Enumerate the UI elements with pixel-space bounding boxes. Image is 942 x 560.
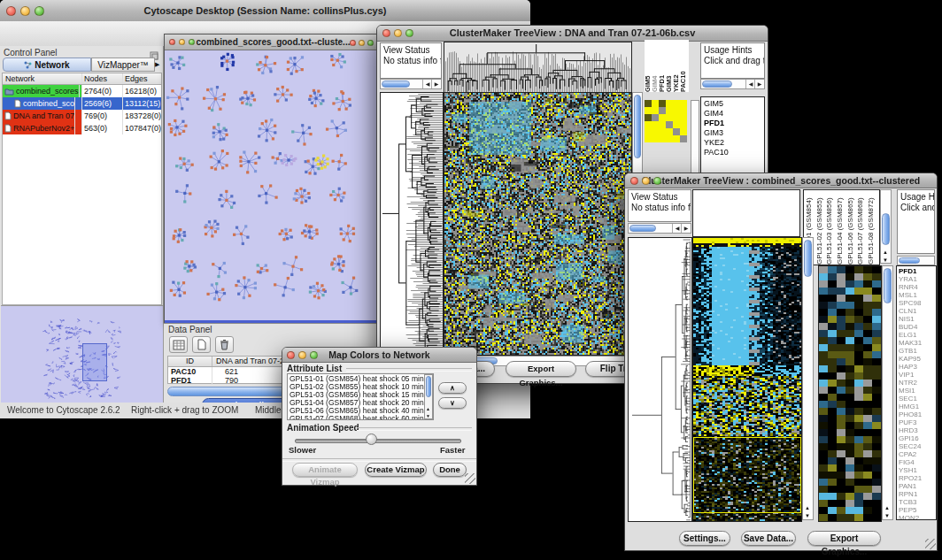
- zoom-matrix-cell[interactable]: [673, 135, 680, 142]
- gene-label[interactable]: TCB3: [899, 498, 936, 506]
- zoom-column-label[interactable]: GIM3: [666, 40, 673, 92]
- scroll-down-arrow[interactable]: ▼: [883, 257, 888, 263]
- close-button[interactable]: [630, 177, 638, 185]
- gene-label[interactable]: PFD1: [899, 267, 936, 275]
- gene-label[interactable]: RNR4: [899, 283, 936, 291]
- zoom-matrix-cell[interactable]: [659, 135, 666, 142]
- treeview2-row-dendrogram[interactable]: [628, 237, 692, 522]
- zoom-column-label[interactable]: GIM4: [652, 40, 659, 92]
- gene-label[interactable]: SEC24: [899, 442, 936, 450]
- column-label[interactable]: GPL51-03 (GSM856): [824, 190, 835, 265]
- zoom-column-label[interactable]: PFD1: [659, 40, 666, 92]
- minimize-button[interactable]: [20, 6, 30, 16]
- tab-vizmapper[interactable]: VizMapper™: [91, 58, 155, 72]
- gene-label[interactable]: MSI1: [899, 387, 936, 395]
- zoom-matrix-cell[interactable]: [673, 128, 680, 135]
- gene-label[interactable]: VIP1: [899, 371, 936, 379]
- attribute-select-button[interactable]: [169, 336, 188, 353]
- gene-label[interactable]: ELG1: [899, 331, 936, 339]
- zoom-matrix-cell[interactable]: [652, 100, 659, 107]
- done-button[interactable]: Done: [433, 463, 467, 477]
- gene-label[interactable]: HAP3: [899, 363, 936, 371]
- treeview2-column-labels-scrollbar[interactable]: ▲ ▼: [880, 189, 892, 264]
- gene-label[interactable]: NIS1: [899, 315, 936, 323]
- attribute-list-scrollbar[interactable]: ▲ ▼: [424, 374, 433, 419]
- gene-label[interactable]: MON2: [899, 514, 936, 520]
- zoom-matrix-cell[interactable]: [673, 107, 680, 114]
- gene-label[interactable]: PHO81: [899, 410, 936, 418]
- scroll-down-arrow[interactable]: ▼: [805, 513, 810, 518]
- main-window-controls[interactable]: [6, 6, 44, 16]
- zoom-matrix-cell[interactable]: [673, 121, 680, 128]
- treeview1-export-graphics-button[interactable]: Export Graphics...: [506, 361, 576, 377]
- gene-label[interactable]: NTR2: [899, 379, 936, 387]
- gene-label[interactable]: PUF3: [899, 418, 936, 426]
- zoom-matrix-cell[interactable]: [645, 100, 652, 107]
- zoom-matrix-cell[interactable]: [645, 135, 652, 142]
- gene-label[interactable]: PAN1: [899, 482, 936, 490]
- gene-label[interactable]: MAK31: [899, 339, 936, 347]
- treeview2-column-dendrogram[interactable]: [692, 189, 800, 237]
- column-label[interactable]: GPL51-07 (GSM868): [855, 190, 866, 265]
- treeview1-hints-scrollbar[interactable]: ◀ ▶: [700, 79, 765, 89]
- close-button[interactable]: [287, 351, 295, 359]
- scroll-up-arrow[interactable]: ▲: [884, 505, 890, 510]
- zoom-button[interactable]: [653, 177, 661, 185]
- gene-label[interactable]: GTB1: [899, 347, 936, 355]
- zoom-matrix-cell[interactable]: [680, 135, 687, 142]
- zoom-matrix-cell[interactable]: [673, 114, 680, 121]
- network-table-header[interactable]: Network Nodes Edges: [3, 73, 161, 85]
- zoom-column-label[interactable]: GIM5: [645, 40, 652, 92]
- speed-slider-track[interactable]: [295, 439, 461, 443]
- move-up-button[interactable]: ∧: [438, 382, 467, 394]
- close-button[interactable]: [382, 29, 390, 37]
- zoom-matrix-cell[interactable]: [680, 107, 687, 114]
- new-attribute-button[interactable]: [192, 336, 211, 353]
- zoom-matrix-cell[interactable]: [680, 128, 687, 135]
- gene-label[interactable]: PFD1: [704, 119, 764, 128]
- zoom-matrix-cell[interactable]: [666, 121, 673, 128]
- gene-label[interactable]: PEP5: [899, 506, 936, 514]
- zoom-matrix-cell[interactable]: [659, 107, 666, 114]
- gene-label[interactable]: KAP95: [899, 355, 936, 363]
- treeview2-global-heatmap[interactable]: [692, 237, 802, 522]
- move-down-button[interactable]: ∨: [438, 397, 467, 409]
- resize-grip[interactable]: [465, 473, 475, 484]
- attribute-item[interactable]: GPL51-07 (GSM868) heat shock 60 min: [290, 415, 433, 420]
- gene-label[interactable]: SEC1: [899, 395, 936, 403]
- scroll-up-arrow[interactable]: ▲: [426, 406, 430, 411]
- main-titlebar[interactable]: Cytoscape Desktop (Session Name: collins…: [0, 0, 530, 22]
- network-table-row[interactable]: RNAPuberNov2+ 563(0) 107847(0): [3, 122, 161, 134]
- gene-label[interactable]: BUD4: [899, 323, 936, 331]
- gene-label[interactable]: RPO21: [899, 474, 936, 482]
- zoom-matrix-cell[interactable]: [680, 114, 687, 121]
- network-table-row[interactable]: combined_scores 2764(0) 16218(0): [3, 85, 161, 97]
- close-button[interactable]: [350, 40, 356, 46]
- treeview2-hints-scrollbar[interactable]: [897, 256, 935, 265]
- gene-label[interactable]: YSH1: [899, 466, 936, 474]
- zoom-button[interactable]: [189, 39, 195, 45]
- minimize-button[interactable]: [359, 40, 365, 46]
- zoom-button[interactable]: [310, 351, 318, 359]
- gene-label[interactable]: RPN1: [899, 490, 936, 498]
- treeview2-zoom-vscrollbar[interactable]: ▲ ▼: [882, 265, 893, 520]
- zoom-matrix-cell[interactable]: [659, 121, 666, 128]
- network-overview-birdseye[interactable]: [1, 305, 163, 403]
- zoom-matrix-cell[interactable]: [680, 121, 687, 128]
- minimize-button[interactable]: [394, 29, 402, 37]
- minimize-button[interactable]: [298, 351, 306, 359]
- minimize-button[interactable]: [179, 39, 185, 45]
- minimize-button[interactable]: [642, 177, 650, 185]
- create-vizmap-button[interactable]: Create Vizmap: [365, 463, 427, 477]
- zoom-column-label[interactable]: PAC10: [680, 40, 687, 92]
- scroll-down-arrow[interactable]: ▼: [884, 513, 890, 518]
- treeview1-titlebar[interactable]: ClusterMaker TreeView : DNA and Tran 07-…: [377, 26, 768, 42]
- delete-attribute-button[interactable]: [215, 336, 234, 353]
- zoom-matrix-cell[interactable]: [673, 100, 680, 107]
- gene-label[interactable]: CLN1: [899, 307, 936, 315]
- gene-label[interactable]: GIM5: [704, 99, 764, 109]
- zoom-matrix-cell[interactable]: [666, 114, 673, 121]
- network-table-row[interactable]: DNA and Tran 07 769(0) 183728(0): [3, 110, 161, 122]
- zoom-matrix-cell[interactable]: [659, 114, 666, 121]
- treeview2-titlebar[interactable]: ClusterMaker TreeView : combined_scores_…: [625, 173, 937, 188]
